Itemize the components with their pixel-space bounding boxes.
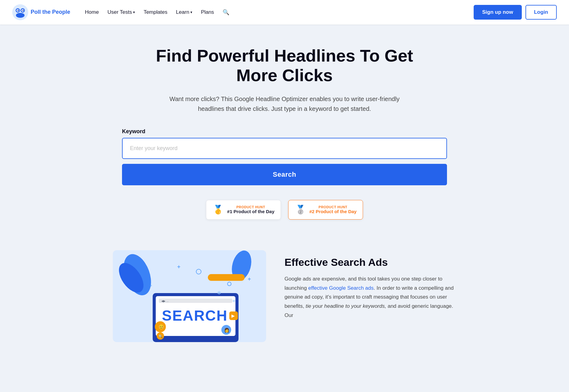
keyword-label: Keyword xyxy=(122,128,447,135)
badge-1-main: #1 Product of the Day xyxy=(227,209,274,214)
badge-1-label: PRODUCT HUNT xyxy=(227,205,274,209)
svg-point-0 xyxy=(12,4,28,20)
illustration-container: + + + SEARCH ◀▶ ... 😊 👩 🔍 xyxy=(113,250,266,342)
logo-thepeople: the People xyxy=(41,9,70,15)
nav-usertests-link[interactable]: User Tests ▾ xyxy=(107,9,135,15)
badge-2: 🥈 PRODUCT HUNT #2 Product of the Day xyxy=(288,200,363,220)
svg-text:+: + xyxy=(248,276,251,282)
navbar: Poll the People Home User Tests ▾ Templa… xyxy=(0,0,569,24)
svg-text:🔍: 🔍 xyxy=(158,334,163,338)
nav-item-templates[interactable]: Templates xyxy=(143,9,167,15)
nav-actions: Sign up now Login xyxy=(474,5,557,20)
effective-ads-link[interactable]: effective Google Search ads xyxy=(308,285,374,291)
chevron-down-icon: ▾ xyxy=(190,10,192,14)
hero-section: Find Powerful Headlines To Get More Clic… xyxy=(0,24,569,232)
lower-text-content: Effective Search Ads Google ads are expe… xyxy=(284,250,456,320)
keyword-form: Keyword Search xyxy=(116,128,453,185)
svg-text:+: + xyxy=(177,264,181,270)
logo-poll: Poll xyxy=(31,9,41,15)
badge-1: 🥇 PRODUCT HUNT #1 Product of the Day xyxy=(206,200,281,220)
badge-2-label: PRODUCT HUNT xyxy=(309,205,357,209)
svg-text:❄: ❄ xyxy=(232,299,235,303)
login-button[interactable]: Login xyxy=(525,5,557,20)
nav-item-home[interactable]: Home xyxy=(85,9,99,15)
svg-text:SEARCH: SEARCH xyxy=(162,307,228,324)
lower-paragraph: Google ads are expensive, and this tool … xyxy=(284,274,456,320)
svg-text:+: + xyxy=(150,283,152,288)
keyword-input[interactable] xyxy=(122,138,447,159)
chevron-down-icon: ▾ xyxy=(133,10,135,14)
nav-item-learn[interactable]: Learn ▾ xyxy=(176,9,192,15)
svg-text:❄: ❄ xyxy=(217,290,221,296)
svg-point-7 xyxy=(22,10,24,11)
nav-item-usertests[interactable]: User Tests ▾ xyxy=(107,9,135,15)
nav-plans-link[interactable]: Plans xyxy=(201,9,214,15)
badges-container: 🥇 PRODUCT HUNT #1 Product of the Day 🥈 P… xyxy=(147,200,422,220)
badge-2-main: #2 Product of the Day xyxy=(309,209,357,214)
hero-subtitle: Want more clicks? This Google Headline O… xyxy=(168,94,401,114)
nav-search-item[interactable]: 🔍 xyxy=(223,9,229,16)
signup-button[interactable]: Sign up now xyxy=(474,5,522,20)
svg-text:◀▶ ...: ◀▶ ... xyxy=(161,300,169,303)
badge-2-text: PRODUCT HUNT #2 Product of the Day xyxy=(309,205,357,214)
logo-text: Poll the People xyxy=(31,9,70,16)
nav-home-link[interactable]: Home xyxy=(85,9,99,15)
lower-heading: Effective Search Ads xyxy=(284,256,456,268)
nav-item-plans[interactable]: Plans xyxy=(201,9,214,15)
lower-section: + + + SEARCH ◀▶ ... 😊 👩 🔍 xyxy=(101,250,468,360)
medal-2-icon: 🥈 xyxy=(295,204,306,216)
nav-learn-link[interactable]: Learn ▾ xyxy=(176,9,192,15)
logo-link[interactable]: Poll the People xyxy=(12,4,70,20)
svg-point-6 xyxy=(17,10,19,11)
svg-point-3 xyxy=(16,13,25,18)
svg-text:👩: 👩 xyxy=(224,328,230,333)
lower-italic: tie your headline to your keywords, xyxy=(306,303,386,309)
nav-links: Home User Tests ▾ Templates Learn ▾ Plan… xyxy=(85,9,229,16)
svg-rect-21 xyxy=(159,299,232,303)
nav-learn-label: Learn xyxy=(176,9,189,15)
svg-rect-17 xyxy=(208,274,245,281)
nav-templates-link[interactable]: Templates xyxy=(143,9,167,15)
search-illustration: + + + SEARCH ◀▶ ... 😊 👩 🔍 xyxy=(113,250,266,342)
logo-icon xyxy=(12,4,28,20)
medal-1-icon: 🥇 xyxy=(212,204,224,216)
badge-1-text: PRODUCT HUNT #1 Product of the Day xyxy=(227,205,274,214)
hero-title: Find Powerful Headlines To Get More Clic… xyxy=(147,46,422,85)
search-icon[interactable]: 🔍 xyxy=(223,9,229,15)
svg-text:▶: ▶ xyxy=(231,313,235,318)
svg-text:😊: 😊 xyxy=(158,324,164,330)
nav-usertests-label: User Tests xyxy=(107,9,132,15)
search-button[interactable]: Search xyxy=(122,164,447,185)
